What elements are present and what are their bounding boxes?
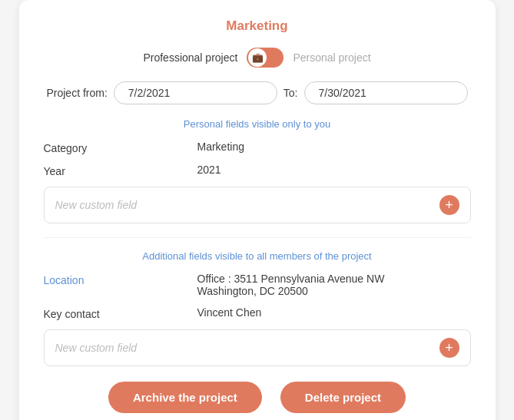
personal-label: Personal project xyxy=(293,51,370,64)
year-value: 2021 xyxy=(197,164,471,176)
additional-add-button[interactable]: + xyxy=(439,338,459,358)
to-date-input[interactable] xyxy=(304,81,468,104)
additional-section-header: Additional fields visible to all members… xyxy=(44,250,471,262)
contact-value: Vincent Chen xyxy=(197,306,471,319)
location-value: Office : 3511 Pennsylvania Avenue NWWash… xyxy=(197,273,471,297)
to-label: To: xyxy=(284,87,298,99)
personal-custom-field-row[interactable]: New custom field + xyxy=(44,187,471,223)
delete-button[interactable]: Delete project xyxy=(280,382,406,413)
from-date-input[interactable] xyxy=(114,81,277,104)
personal-custom-placeholder: New custom field xyxy=(55,199,439,211)
contact-key: Key contact xyxy=(44,306,197,320)
category-value: Marketing xyxy=(197,141,471,153)
personal-section-header: Personal fields visible only to you xyxy=(44,118,471,130)
category-row: Category Marketing xyxy=(44,141,471,154)
action-row: Archive the project Delete project xyxy=(44,382,471,413)
year-key: Year xyxy=(44,164,197,177)
category-key: Category xyxy=(44,141,197,154)
archive-button[interactable]: Archive the project xyxy=(108,382,262,413)
project-type-toggle-row: Professional project 💼 Personal project xyxy=(44,48,471,68)
additional-custom-field-row[interactable]: New custom field + xyxy=(44,329,471,366)
toggle-switch[interactable]: 💼 xyxy=(247,48,284,68)
page-title: Marketing xyxy=(44,18,471,34)
from-label: Project from: xyxy=(46,87,107,99)
additional-custom-placeholder: New custom field xyxy=(55,342,439,354)
year-row: Year 2021 xyxy=(44,164,471,177)
section-divider xyxy=(44,237,471,238)
personal-add-button[interactable]: + xyxy=(439,195,459,215)
location-row: Location Office : 3511 Pennsylvania Aven… xyxy=(44,273,471,297)
project-card: Marketing Professional project 💼 Persona… xyxy=(19,0,496,420)
briefcase-icon: 💼 xyxy=(252,52,264,63)
contact-row: Key contact Vincent Chen xyxy=(44,306,471,320)
location-key: Location xyxy=(44,273,197,286)
date-row: Project from: To: xyxy=(44,81,471,104)
professional-label: Professional project xyxy=(143,51,237,64)
